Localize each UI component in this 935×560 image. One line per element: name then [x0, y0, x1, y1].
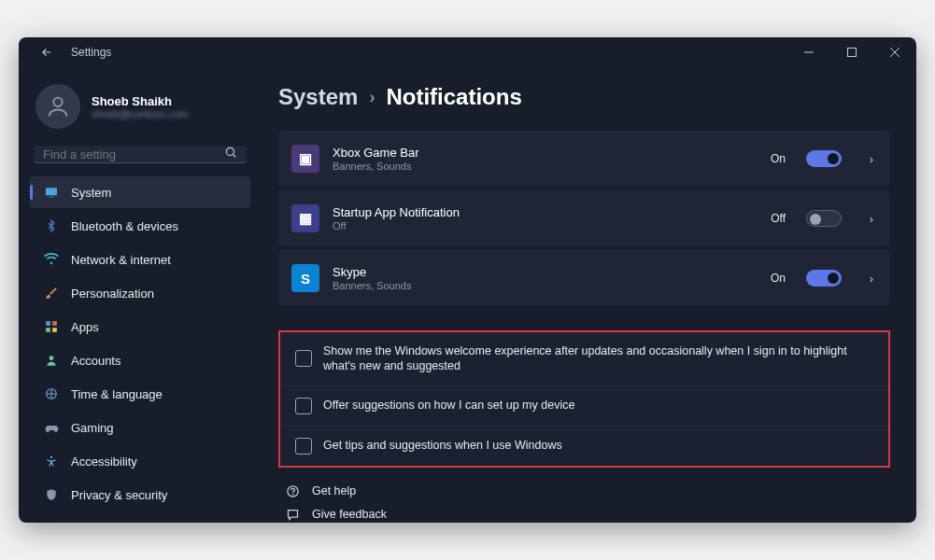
- sidebar-item-personalization[interactable]: Personalization: [30, 277, 250, 309]
- check-row-tips[interactable]: Get tips and suggestions when I use Wind…: [280, 427, 888, 466]
- profile-block[interactable]: Shoeb Shaikh shoeb@contoso.com: [26, 75, 254, 146]
- svg-rect-0: [848, 49, 857, 57]
- chevron-right-icon: ›: [862, 272, 881, 286]
- feedback-icon: [284, 508, 301, 522]
- svg-point-9: [50, 356, 54, 360]
- body-area: Shoeb Shaikh shoeb@contoso.com System: [19, 67, 916, 523]
- sidebar-item-privacy[interactable]: Privacy & security: [30, 479, 250, 511]
- title-bar: Settings: [19, 37, 916, 67]
- back-button[interactable]: [34, 39, 60, 65]
- profile-email: shoeb@contoso.com: [92, 108, 189, 119]
- help-icon: [284, 484, 301, 498]
- sidebar-item-label: Windows Update: [71, 522, 163, 524]
- svg-rect-8: [52, 328, 57, 332]
- skype-icon: S: [291, 264, 319, 292]
- system-icon: [43, 184, 60, 201]
- arrow-left-icon: [40, 46, 53, 59]
- svg-rect-5: [46, 321, 50, 326]
- app-row-xbox[interactable]: ▣ Xbox Game Bar Banners, Sounds On ›: [278, 131, 890, 187]
- window-title: Settings: [71, 46, 111, 59]
- search-icon: [224, 146, 237, 162]
- svg-rect-6: [52, 321, 57, 326]
- toggle-state-label: On: [771, 152, 786, 165]
- toggle-state-label: On: [771, 272, 786, 285]
- sidebar-item-time[interactable]: Time & language: [30, 378, 250, 410]
- sidebar-item-accounts[interactable]: Accounts: [30, 344, 250, 376]
- sidebar-item-label: Bluetooth & devices: [71, 219, 178, 233]
- svg-point-11: [50, 456, 52, 458]
- svg-rect-3: [46, 188, 57, 195]
- maximize-icon: [847, 48, 857, 57]
- toggle-switch[interactable]: [806, 210, 842, 227]
- sidebar-item-label: System: [71, 186, 111, 200]
- app-title: Startup App Notification: [333, 205, 758, 219]
- app-text: Startup App Notification Off: [333, 205, 758, 231]
- sidebar-item-label: Personalization: [71, 287, 154, 301]
- app-row-skype[interactable]: S Skype Banners, Sounds On ›: [278, 250, 890, 306]
- chevron-right-icon: ›: [862, 152, 881, 166]
- checkbox[interactable]: [295, 438, 312, 455]
- minimize-button[interactable]: [787, 37, 830, 67]
- check-row-suggestions[interactable]: Offer suggestions on how I can set up my…: [280, 386, 888, 427]
- xbox-game-bar-icon: ▣: [291, 145, 319, 173]
- shield-icon: [43, 486, 60, 503]
- app-title: Skype: [333, 265, 758, 279]
- svg-point-2: [226, 147, 234, 155]
- close-button[interactable]: [873, 37, 916, 67]
- maximize-button[interactable]: [830, 37, 873, 67]
- person-icon: [43, 352, 60, 369]
- checkbox[interactable]: [295, 350, 312, 367]
- bluetooth-icon: [43, 217, 60, 234]
- sidebar-item-network[interactable]: Network & internet: [30, 244, 250, 275]
- sidebar-item-label: Apps: [71, 320, 99, 334]
- sidebar-item-system[interactable]: System: [30, 176, 250, 208]
- sidebar-item-label: Network & internet: [71, 253, 171, 267]
- window-controls: [787, 37, 916, 67]
- apps-icon: [43, 318, 60, 335]
- check-row-welcome[interactable]: Show me the Windows welcome experience a…: [280, 332, 888, 386]
- sidebar-item-label: Accessibility: [71, 455, 137, 469]
- sidebar-item-update[interactable]: Windows Update: [30, 512, 250, 523]
- toggle-switch[interactable]: [806, 150, 842, 167]
- help-link-label: Get help: [312, 484, 356, 497]
- game-icon: [43, 419, 60, 436]
- sidebar-item-label: Time & language: [71, 387, 163, 401]
- toggle-switch[interactable]: [806, 270, 842, 287]
- sidebar: Shoeb Shaikh shoeb@contoso.com System: [19, 67, 262, 523]
- app-subtitle: Banners, Sounds: [333, 280, 758, 291]
- app-subtitle: Off: [333, 220, 758, 231]
- help-links: Get help Give feedback: [278, 484, 890, 522]
- check-label: Get tips and suggestions when I use Wind…: [323, 438, 562, 453]
- svg-rect-4: [49, 197, 53, 198]
- search-box[interactable]: [34, 146, 247, 163]
- page-title: Notifications: [386, 84, 521, 110]
- app-subtitle: Banners, Sounds: [333, 161, 758, 172]
- checkbox[interactable]: [295, 398, 312, 414]
- person-icon: [45, 93, 71, 119]
- give-feedback-link[interactable]: Give feedback: [278, 508, 890, 522]
- check-label: Offer suggestions on how I can set up my…: [323, 398, 574, 413]
- app-text: Xbox Game Bar Banners, Sounds: [333, 146, 758, 172]
- sidebar-item-apps[interactable]: Apps: [30, 311, 250, 343]
- app-row-startup[interactable]: ▦ Startup App Notification Off Off ›: [278, 190, 890, 246]
- sidebar-item-label: Accounts: [71, 354, 120, 368]
- breadcrumb-parent[interactable]: System: [278, 84, 358, 110]
- settings-window: Settings Shoeb Shaikh shoeb@contoso.com: [19, 37, 916, 523]
- update-icon: [43, 520, 60, 523]
- sidebar-item-accessibility[interactable]: Accessibility: [30, 445, 250, 477]
- help-link-label: Give feedback: [312, 508, 387, 521]
- svg-rect-7: [46, 328, 50, 332]
- search-input[interactable]: [43, 147, 224, 161]
- check-label: Show me the Windows welcome experience a…: [323, 343, 873, 374]
- chevron-right-icon: ›: [369, 88, 375, 107]
- close-icon: [890, 48, 900, 57]
- app-title: Xbox Game Bar: [333, 146, 758, 160]
- chevron-right-icon: ›: [862, 212, 881, 226]
- minimize-icon: [804, 48, 814, 57]
- app-text: Skype Banners, Sounds: [333, 265, 758, 291]
- sidebar-item-gaming[interactable]: Gaming: [30, 412, 250, 443]
- avatar: [35, 84, 80, 129]
- sidebar-item-bluetooth[interactable]: Bluetooth & devices: [30, 210, 250, 242]
- sidebar-item-label: Privacy & security: [71, 488, 167, 502]
- get-help-link[interactable]: Get help: [278, 484, 890, 498]
